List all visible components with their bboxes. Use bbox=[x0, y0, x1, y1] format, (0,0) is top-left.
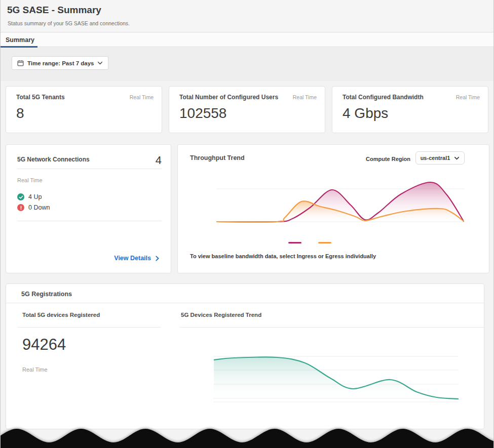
devices-registered-value: 94264 bbox=[22, 336, 66, 354]
compute-region-value: us-central1 bbox=[421, 155, 450, 161]
divider bbox=[17, 169, 162, 169]
torn-edge-decoration bbox=[0, 425, 494, 448]
page-title: 5G SASE - Summary bbox=[7, 5, 101, 16]
throughput-note: To view baseline bandwidth data, select … bbox=[190, 253, 376, 259]
connections-down-label: 0 Down bbox=[28, 204, 50, 211]
stat-card-configured-bandwidth: Total Configured Bandwidth Real Time 4 G… bbox=[332, 86, 488, 133]
compute-region-label: Compute Region bbox=[366, 156, 410, 162]
network-connections-header: 5G Network Connections 4 bbox=[17, 154, 162, 167]
connections-down-row: 0 Down bbox=[17, 204, 50, 211]
view-details-label: View Details bbox=[114, 255, 151, 262]
view-details-link[interactable]: View Details bbox=[114, 255, 160, 262]
stat-value: 102558 bbox=[179, 105, 316, 121]
connections-up-row: 4 Up bbox=[17, 193, 42, 200]
devices-trend-title: 5G Devices Registered Trend bbox=[181, 312, 261, 318]
calendar-icon bbox=[17, 60, 24, 66]
divider bbox=[17, 327, 161, 328]
legend-swatch-egress[interactable] bbox=[318, 242, 331, 243]
legend-swatch-ingress[interactable] bbox=[288, 242, 301, 243]
network-connections-title: 5G Network Connections bbox=[17, 154, 90, 163]
chevron-down-icon bbox=[454, 155, 460, 161]
devices-registered-title: Total 5G devices Registered bbox=[22, 312, 100, 318]
connections-up-label: 4 Up bbox=[28, 193, 42, 200]
stat-value: 8 bbox=[16, 105, 153, 121]
registrations-card: 5G Registrations Total 5G devices Regist… bbox=[6, 283, 484, 429]
time-range-button[interactable]: Time range: Past 7 days bbox=[12, 56, 108, 70]
registrations-title: 5G Registrations bbox=[21, 291, 72, 298]
tab-summary-label: Summary bbox=[6, 36, 34, 44]
page-subtitle: Status summary of your 5G SASE and conne… bbox=[8, 20, 130, 26]
stat-card-total-tenants: Total 5G Tenants Real Time 8 bbox=[6, 86, 162, 133]
realtime-badge: Real Time bbox=[130, 94, 154, 100]
throughput-trend-title: Throughput Trend bbox=[190, 154, 245, 161]
divider bbox=[17, 221, 162, 221]
chevron-down-icon bbox=[97, 60, 103, 66]
divider bbox=[179, 327, 485, 328]
chevron-right-icon bbox=[155, 256, 160, 261]
realtime-label: Real Time bbox=[22, 366, 48, 373]
stat-value: 4 Gbps bbox=[343, 105, 479, 121]
time-range-label: Time range: Past 7 days bbox=[27, 60, 94, 66]
tab-summary[interactable]: Summary bbox=[1, 33, 40, 47]
throughput-trend-card: Throughput Trend Compute Region us-centr… bbox=[177, 144, 489, 273]
compute-region-select[interactable]: us-central1 bbox=[415, 151, 465, 165]
alert-circle-icon bbox=[17, 204, 24, 211]
divider bbox=[6, 303, 484, 303]
devices-registered-trend-chart[interactable] bbox=[214, 351, 459, 403]
realtime-badge: Real Time bbox=[456, 94, 480, 100]
network-connections-card: 5G Network Connections 4 Real Time 4 Up … bbox=[6, 144, 171, 273]
realtime-badge: Real Time bbox=[293, 94, 317, 100]
throughput-legend bbox=[288, 242, 331, 243]
tab-bar: Summary bbox=[1, 33, 493, 47]
realtime-label: Real Time bbox=[17, 177, 43, 183]
network-connections-count: 4 bbox=[156, 154, 162, 167]
check-circle-icon bbox=[17, 193, 24, 200]
filter-bar: Time range: Past 7 days bbox=[1, 48, 493, 81]
stat-card-configured-users: Total Number of Configured Users Real Ti… bbox=[169, 86, 325, 133]
stat-card-row: Total 5G Tenants Real Time 8 Total Numbe… bbox=[6, 86, 488, 133]
page-header: 5G SASE - Summary Status summary of your… bbox=[1, 0, 493, 32]
throughput-trend-chart[interactable] bbox=[216, 177, 465, 224]
